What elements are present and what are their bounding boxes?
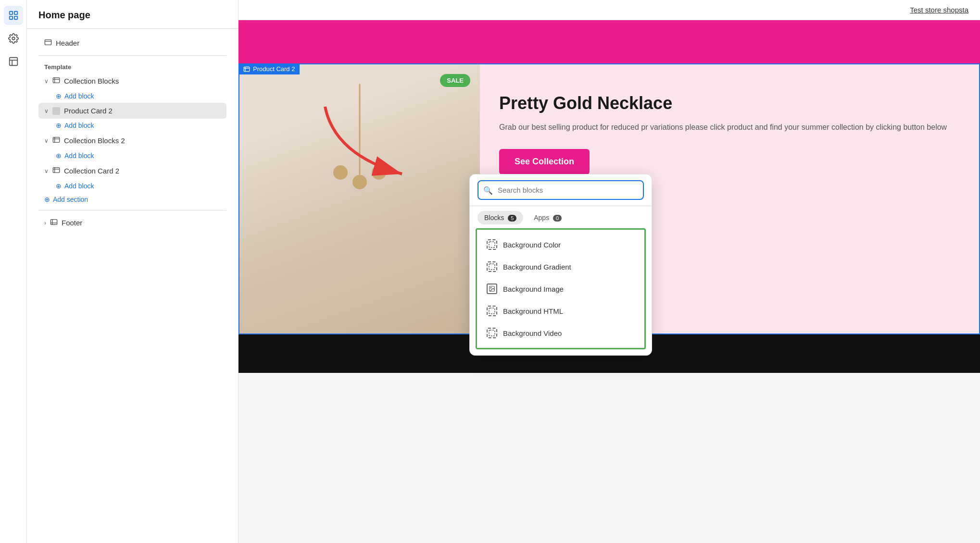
layout-icon-btn[interactable] [4, 52, 23, 71]
add-icon-1: ⊕ [56, 92, 62, 100]
svg-rect-5 [9, 58, 17, 66]
svg-rect-2 [9, 16, 12, 19]
icon-toolbar [0, 0, 27, 543]
sidebar-item-footer[interactable]: › Footer [38, 214, 226, 231]
product-card-badge-text: Product Card 2 [253, 65, 295, 73]
bg-image-icon [487, 284, 497, 294]
apps-count: 0 [553, 215, 562, 222]
top-bar: Test store shopsta [239, 0, 980, 20]
block-bg-html-label: Background HTML [503, 307, 563, 315]
search-input-wrapper: 🔍 [470, 174, 652, 206]
tabs-row: Blocks 5 Apps 0 [470, 206, 652, 224]
blocks-count: 5 [508, 215, 516, 222]
block-item-bg-gradient[interactable]: Background Gradient [477, 256, 644, 278]
sidebar-header-label: Header [56, 39, 79, 47]
bg-gradient-icon [487, 261, 497, 272]
svg-rect-0 [9, 12, 12, 14]
svg-rect-1 [14, 12, 17, 14]
product-card-badge: Product Card 2 [239, 63, 300, 74]
page-title: Home page [38, 10, 226, 21]
collection-blocks-2-label: Collection Blocks 2 [64, 136, 125, 145]
block-bg-image-label: Background Image [503, 285, 564, 293]
block-bg-color-label: Background Color [503, 241, 561, 249]
collection-blocks-icon [52, 76, 60, 86]
svg-rect-19 [50, 220, 57, 225]
sidebar-item-product-card-2[interactable]: ∨ Product Card 2 [38, 103, 226, 119]
svg-rect-31 [489, 330, 495, 336]
add-block-collection-blocks-btn[interactable]: ⊕ Add block [38, 89, 100, 103]
settings-icon-btn[interactable] [4, 29, 23, 48]
add-block-collection-card-2-btn[interactable]: ⊕ Add block [38, 179, 100, 193]
svg-rect-22 [244, 67, 250, 71]
add-section-btn[interactable]: ⊕ Add section [38, 193, 94, 206]
pink-banner [239, 20, 980, 63]
svg-rect-10 [53, 78, 59, 83]
sidebar-item-collection-blocks-2[interactable]: ∨ Collection Blocks 2 [38, 132, 226, 149]
footer-icon [50, 218, 58, 227]
collection-blocks-label: Collection Blocks [64, 77, 119, 85]
sidebar: Home page Header Template ∨ [27, 0, 239, 543]
chevron-down-icon-3: ∨ [44, 137, 49, 144]
sidebar-header: Home page [27, 0, 238, 29]
bg-html-icon [487, 306, 497, 316]
svg-rect-13 [53, 137, 59, 143]
svg-rect-30 [489, 308, 495, 314]
store-link[interactable]: Test store shopsta [910, 6, 968, 14]
sale-badge: SALE [440, 74, 470, 87]
collection-card-2-icon [52, 166, 60, 175]
necklace-image: SALE [239, 64, 480, 333]
template-label: Template [38, 60, 226, 73]
block-item-bg-color[interactable]: Background Color [477, 234, 644, 256]
footer-label: Footer [62, 219, 82, 227]
collection-blocks-2-icon [52, 136, 60, 145]
add-block-collection-blocks-2-btn[interactable]: ⊕ Add block [38, 149, 100, 162]
product-card-icon [52, 107, 60, 115]
bg-color-icon [487, 239, 497, 250]
sidebar-item-collection-blocks[interactable]: ∨ Collection Blocks [38, 73, 226, 89]
tab-apps[interactable]: Apps 0 [527, 211, 568, 224]
svg-rect-3 [14, 16, 17, 19]
bg-video-icon [487, 328, 497, 338]
svg-point-4 [12, 37, 15, 40]
see-collection-button[interactable]: See Collection [499, 149, 590, 174]
chevron-down-icon-2: ∨ [44, 108, 49, 114]
main-content: Test store shopsta Product Card 2 SALE [239, 0, 980, 543]
svg-rect-26 [489, 242, 495, 247]
product-description: Grab our best selling product for reduce… [499, 121, 960, 134]
svg-rect-27 [489, 264, 495, 270]
preview-area: Product Card 2 SALE Pretty Gold Necklace… [239, 20, 980, 543]
search-popup: 🔍 Blocks 5 Apps 0 [469, 174, 652, 356]
block-bg-gradient-label: Background Gradient [503, 263, 571, 271]
add-block-product-card-btn[interactable]: ⊕ Add block [38, 119, 100, 132]
chevron-down-icon-4: ∨ [44, 168, 49, 174]
add-icon-3: ⊕ [56, 152, 62, 160]
pages-icon-btn[interactable] [4, 6, 23, 25]
block-item-bg-video[interactable]: Background Video [477, 322, 644, 344]
tab-blocks[interactable]: Blocks 5 [477, 211, 523, 224]
sidebar-item-collection-card-2[interactable]: ∨ Collection Card 2 [38, 162, 226, 179]
search-icon: 🔍 [483, 185, 493, 195]
collection-card-2-label: Collection Card 2 [64, 167, 119, 175]
product-card-2-label: Product Card 2 [64, 107, 113, 115]
chevron-down-icon: ∨ [44, 78, 49, 85]
search-blocks-input[interactable] [477, 180, 644, 200]
add-icon-4: ⊕ [56, 182, 62, 190]
svg-rect-16 [53, 168, 59, 173]
divider-1 [38, 55, 226, 56]
block-item-bg-html[interactable]: Background HTML [477, 300, 644, 322]
add-section-icon: ⊕ [44, 196, 50, 203]
block-list: Background Color Background Gradient [476, 228, 646, 349]
sidebar-item-header[interactable]: Header [38, 35, 226, 51]
add-icon-2: ⊕ [56, 122, 62, 129]
product-image-area: SALE [239, 64, 480, 333]
svg-point-29 [490, 287, 491, 288]
product-title: Pretty Gold Necklace [499, 93, 960, 113]
chevron-right-icon: › [44, 220, 46, 226]
block-item-bg-image[interactable]: Background Image [477, 278, 644, 300]
divider-2 [38, 210, 226, 210]
header-icon [44, 38, 52, 48]
sidebar-section: Header Template ∨ Collection Blocks ⊕ Ad… [27, 29, 238, 237]
block-bg-video-label: Background Video [503, 329, 562, 337]
svg-rect-8 [45, 40, 51, 45]
